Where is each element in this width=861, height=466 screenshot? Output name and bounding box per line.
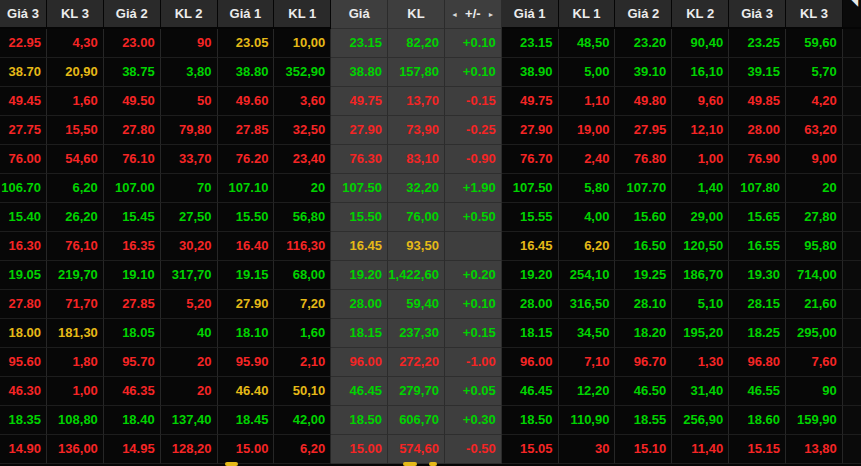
match-price[interactable]: 76.30 (331, 145, 388, 174)
change-value[interactable]: -0.15 (445, 87, 502, 116)
table-row[interactable]: 18.00181,3018.054018.101,6018.15237,30+0… (0, 319, 861, 348)
ask-vol-3[interactable]: 13,80 (786, 435, 843, 464)
bid-vol-1[interactable]: 6,20 (274, 435, 331, 464)
bid-price-2[interactable]: 19.10 (104, 261, 161, 290)
bid-price-2[interactable]: 18.40 (104, 406, 161, 435)
bid-price-1[interactable]: 27.90 (218, 290, 275, 319)
match-price[interactable]: 107.50 (331, 174, 388, 203)
ask-price-1[interactable]: 23.15 (502, 29, 559, 58)
ask-price-3[interactable]: 15.15 (729, 435, 786, 464)
bid-vol-2[interactable]: 90 (161, 29, 218, 58)
bid-vol-3[interactable]: 6,20 (47, 174, 104, 203)
match-vol[interactable]: 13,70 (388, 87, 445, 116)
table-row[interactable]: 27.7515,5027.8079,8027.8532,5027.9073,90… (0, 116, 861, 145)
bid-price-3[interactable]: 18.35 (0, 406, 47, 435)
ask-price-3[interactable]: 76.90 (729, 145, 786, 174)
ask-price-1[interactable]: 19.20 (502, 261, 559, 290)
ask-vol-3[interactable]: 21,60 (786, 290, 843, 319)
change-value[interactable]: +0.10 (445, 29, 502, 58)
bid-price-3[interactable]: 14.90 (0, 435, 47, 464)
match-price[interactable]: 15.00 (331, 435, 388, 464)
bid-price-3[interactable]: 46.30 (0, 377, 47, 406)
bid-vol-1[interactable]: 116,30 (274, 232, 331, 261)
bid-price-3[interactable]: 27.80 (0, 290, 47, 319)
table-row[interactable]: 38.7020,9038.753,8038.80352,9038.80157,8… (0, 58, 861, 87)
ask-vol-1[interactable]: 5,00 (559, 58, 616, 87)
bid-price-1[interactable]: 16.40 (218, 232, 275, 261)
table-row[interactable]: 106.706,20107.0070107.1020107.5032,20+1.… (0, 174, 861, 203)
bid-price-2[interactable]: 14.95 (104, 435, 161, 464)
bid-vol-1[interactable]: 56,80 (274, 203, 331, 232)
bid-vol-3[interactable]: 71,70 (47, 290, 104, 319)
ask-vol-1[interactable]: 4,00 (559, 203, 616, 232)
bid-vol-1[interactable]: 23,40 (274, 145, 331, 174)
ask-vol-3[interactable]: 159,90 (786, 406, 843, 435)
bid-price-1[interactable]: 38.80 (218, 58, 275, 87)
bid-price-2[interactable]: 38.75 (104, 58, 161, 87)
ask-vol-1[interactable]: 5,80 (559, 174, 616, 203)
change-value[interactable]: -1.00 (445, 348, 502, 377)
bid-vol-1[interactable]: 68,00 (274, 261, 331, 290)
match-vol[interactable]: 83,10 (388, 145, 445, 174)
table-row[interactable]: 19.05219,7019.10317,7019.1568,0019.201,4… (0, 261, 861, 290)
ask-price-2[interactable]: 49.80 (615, 87, 672, 116)
bid-vol-3[interactable]: 136,00 (47, 435, 104, 464)
ask-price-3[interactable]: 39.15 (729, 58, 786, 87)
bid-price-2[interactable]: 95.70 (104, 348, 161, 377)
change-value[interactable]: -0.90 (445, 145, 502, 174)
bid-price-2[interactable]: 107.00 (104, 174, 161, 203)
bid-vol-2[interactable]: 50 (161, 87, 218, 116)
bid-price-2[interactable]: 46.35 (104, 377, 161, 406)
ask-vol-3[interactable]: 7,60 (786, 348, 843, 377)
bid-vol-2[interactable]: 40 (161, 319, 218, 348)
bid-vol-3[interactable]: 1,00 (47, 377, 104, 406)
match-vol[interactable]: 237,30 (388, 319, 445, 348)
ask-vol-3[interactable]: 9,00 (786, 145, 843, 174)
bid-price-1[interactable]: 15.00 (218, 435, 275, 464)
match-vol[interactable]: 157,80 (388, 58, 445, 87)
ask-price-2[interactable]: 15.60 (615, 203, 672, 232)
match-vol[interactable]: 59,40 (388, 290, 445, 319)
bid-vol-2[interactable]: 3,80 (161, 58, 218, 87)
ask-price-2[interactable]: 76.80 (615, 145, 672, 174)
bid-vol-1[interactable]: 3,60 (274, 87, 331, 116)
bid-price-3[interactable]: 16.30 (0, 232, 47, 261)
ask-price-3[interactable]: 49.85 (729, 87, 786, 116)
bid-price-1[interactable]: 107.10 (218, 174, 275, 203)
ask-vol-1[interactable]: 7,10 (559, 348, 616, 377)
ask-vol-2[interactable]: 1,00 (672, 145, 729, 174)
bid-price-1[interactable]: 19.15 (218, 261, 275, 290)
bid-vol-3[interactable]: 219,70 (47, 261, 104, 290)
bid-price-2[interactable]: 76.10 (104, 145, 161, 174)
ask-price-1[interactable]: 46.45 (502, 377, 559, 406)
ask-price-2[interactable]: 39.10 (615, 58, 672, 87)
ask-price-3[interactable]: 96.80 (729, 348, 786, 377)
ask-vol-1[interactable]: 6,20 (559, 232, 616, 261)
ask-vol-1[interactable]: 254,10 (559, 261, 616, 290)
change-value[interactable]: +1.90 (445, 174, 502, 203)
change-value[interactable]: -0.50 (445, 435, 502, 464)
ask-price-2[interactable]: 27.95 (615, 116, 672, 145)
ask-price-3[interactable]: 19.30 (729, 261, 786, 290)
change-value[interactable]: -0.25 (445, 116, 502, 145)
bid-vol-1[interactable]: 352,90 (274, 58, 331, 87)
bid-vol-2[interactable]: 27,50 (161, 203, 218, 232)
bid-price-3[interactable]: 18.00 (0, 319, 47, 348)
ask-price-2[interactable]: 46.50 (615, 377, 672, 406)
table-row[interactable]: 49.451,6049.505049.603,6049.7513,70-0.15… (0, 87, 861, 116)
match-price[interactable]: 38.80 (331, 58, 388, 87)
bid-price-1[interactable]: 15.50 (218, 203, 275, 232)
change-value[interactable]: +0.10 (445, 58, 502, 87)
bid-vol-3[interactable]: 4,30 (47, 29, 104, 58)
bid-price-2[interactable]: 16.35 (104, 232, 161, 261)
match-price[interactable]: 16.45 (331, 232, 388, 261)
ask-price-1[interactable]: 49.75 (502, 87, 559, 116)
ask-price-3[interactable]: 28.00 (729, 116, 786, 145)
match-price[interactable]: 27.90 (331, 116, 388, 145)
table-row[interactable]: 46.301,0046.352046.4050,1046.45279,70+0.… (0, 377, 861, 406)
bid-price-3[interactable]: 76.00 (0, 145, 47, 174)
change-value[interactable]: +0.30 (445, 406, 502, 435)
change-value[interactable]: +0.50 (445, 203, 502, 232)
ask-vol-2[interactable]: 12,10 (672, 116, 729, 145)
change-value[interactable]: +0.05 (445, 377, 502, 406)
